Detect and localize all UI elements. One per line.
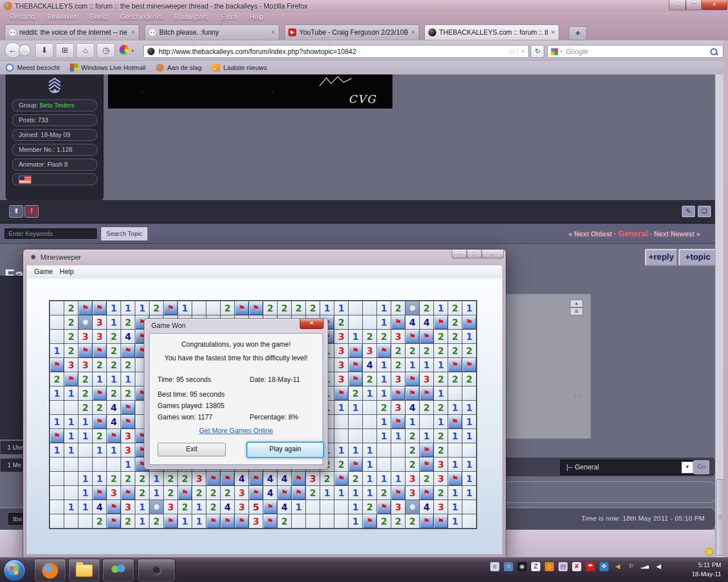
maximize-button[interactable]: ❐ [685,0,702,10]
page-scrollbar[interactable] [715,74,724,557]
play-again-button[interactable]: Play again [246,442,324,458]
cell-flag[interactable]: ⚑ [235,514,249,528]
cell-number[interactable]: 2 [377,401,391,414]
cell-number[interactable]: 4 [420,500,433,514]
cell-number[interactable]: 1 [135,301,149,315]
cell-flag[interactable]: ⚑ [50,429,64,443]
cell-open[interactable] [306,500,320,514]
cell-number[interactable]: 2 [107,344,121,357]
cell-flag[interactable]: ⚑ [235,301,249,315]
cell-number[interactable]: 2 [121,358,135,372]
search-icon[interactable] [710,48,717,55]
cell-number[interactable]: 1 [334,486,348,500]
cell-flag[interactable]: ⚑ [78,344,92,357]
cell-number[interactable]: 2 [164,472,177,485]
cell-flag[interactable]: ⚑ [206,472,220,485]
cell-number[interactable]: 1 [462,330,476,343]
cell-number[interactable]: 4 [406,401,419,414]
cell-number[interactable]: 1 [377,429,391,443]
cell-number[interactable]: 1 [178,514,192,528]
cell-open[interactable] [320,500,334,514]
cell-open[interactable] [50,472,64,485]
cell-flag[interactable]: ⚑ [420,514,433,528]
cell-number[interactable]: 2 [448,330,462,343]
cell-number[interactable]: 1 [107,315,121,329]
cell-number[interactable]: 2 [292,301,305,315]
tab-3[interactable]: ▶YouTube - Craig Ferguson 2/23/10B L...✕ [284,24,419,40]
cell-open[interactable] [363,415,377,429]
cell-flag[interactable]: ⚑ [420,443,433,457]
cell-open[interactable] [64,472,78,485]
language-flag-icon[interactable]: ⚐ [627,562,636,571]
cell-number[interactable]: 2 [278,514,291,528]
ms-menu-game[interactable]: Game [34,268,53,276]
cell-number[interactable]: 2 [93,358,106,372]
network-signal-icon[interactable]: ▂▄▆ [640,562,650,571]
cell-open[interactable] [64,514,78,528]
cell-open[interactable] [50,458,64,471]
cell-number[interactable]: 1 [50,386,64,400]
cell-number[interactable]: 1 [150,486,163,500]
cell-open[interactable] [334,415,348,429]
bookmark-laatste-nieuws[interactable]: Laatste nieuws [210,64,270,72]
cell-number[interactable]: 1 [434,386,448,400]
cell-number[interactable]: 2 [50,372,64,386]
cell-open[interactable] [78,443,92,457]
dialog-close-button[interactable]: ✕ [300,319,324,329]
go-button[interactable]: Go [693,460,709,474]
cell-number[interactable]: 1 [377,415,391,429]
cell-number[interactable]: 2 [420,344,433,357]
cell-number[interactable]: 3 [107,486,121,500]
cell-open[interactable] [50,514,64,528]
start-button[interactable] [3,559,26,581]
cell-flag[interactable]: ⚑ [107,429,121,443]
cell-number[interactable]: 1 [135,514,149,528]
cell-number[interactable]: 2 [434,443,448,457]
cell-flag[interactable]: ⚑ [178,486,192,500]
cell-number[interactable]: 3 [391,500,405,514]
cell-number[interactable]: 2 [178,500,192,514]
cell-number[interactable]: 3 [192,472,206,485]
cell-number[interactable]: 4 [363,358,377,372]
cell-flag[interactable]: ⚑ [64,372,78,386]
google-icon[interactable] [551,48,558,55]
cell-number[interactable]: 1 [391,429,405,443]
cell-number[interactable]: 1 [93,372,106,386]
cell-number[interactable]: 4 [278,472,291,485]
cell-number[interactable]: 1 [349,486,362,500]
cell-number[interactable]: 2 [349,386,362,400]
cell-number[interactable]: 1 [377,472,391,485]
cell-number[interactable]: 2 [64,301,78,315]
cell-flag[interactable]: ⚑ [406,330,419,343]
cell-number[interactable]: 2 [206,500,220,514]
cell-number[interactable]: 3 [93,315,106,329]
cell-number[interactable]: 3 [121,429,135,443]
cell-flag[interactable]: ⚑ [391,486,405,500]
cell-number[interactable]: 1 [377,372,391,386]
cell-number[interactable]: 3 [306,472,320,485]
cell-flag[interactable]: ⚑ [377,500,391,514]
menu-bestand[interactable]: Bestand [5,13,40,23]
cell-number[interactable]: 1 [462,472,476,485]
cell-number[interactable]: 3 [434,500,448,514]
cell-number[interactable]: 2 [320,472,334,485]
cell-open[interactable] [306,514,320,528]
forward-button[interactable]: → [19,44,31,56]
cell-number[interactable]: 2 [93,429,106,443]
cell-open[interactable] [462,443,476,457]
cell-number[interactable]: 1 [135,500,149,514]
avira-icon[interactable]: ☂ [586,562,595,571]
cell-number[interactable]: 1 [78,472,92,485]
cell-number[interactable]: 1 [420,429,433,443]
cell-number[interactable]: 1 [448,458,462,471]
cell-flag[interactable]: ⚑ [78,301,92,315]
cell-number[interactable]: 2 [391,301,405,315]
weather-icon[interactable]: ☼ [504,562,513,571]
cell-number[interactable]: 3 [334,372,348,386]
cell-number[interactable]: 1 [448,500,462,514]
cell-number[interactable]: 3 [235,486,249,500]
quote-scroll-up-icon[interactable]: ▲ [570,300,583,307]
cell-number[interactable]: 2 [334,458,348,471]
cell-flag[interactable]: ⚑ [292,486,305,500]
cell-number[interactable]: 1 [462,415,476,429]
